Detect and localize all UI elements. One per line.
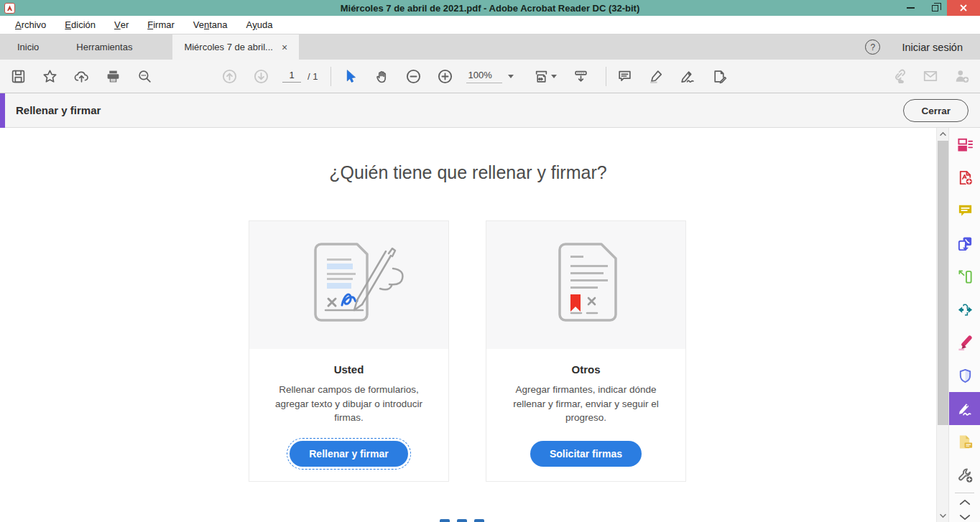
tab-document[interactable]: Miércoles 7 de abril... × xyxy=(172,34,299,60)
main-content: ¿Quién tiene que rellenar y firmar? xyxy=(0,128,936,522)
vertical-scrollbar[interactable] xyxy=(936,128,948,522)
tab-document-label: Miércoles 7 de abril... xyxy=(184,42,273,52)
window-title: Miércoles 7 de abril de 2021.pdf - Adobe… xyxy=(0,3,980,14)
menu-bar: Archivo Edición Ver Firmar Ventana Ayuda xyxy=(0,16,980,34)
minimize-icon xyxy=(907,7,915,9)
card-otros-title: Otros xyxy=(486,363,685,376)
menu-edicion[interactable]: Edición xyxy=(55,16,105,34)
toolbar: / 1 100% xyxy=(0,60,980,93)
more-tools-icon[interactable] xyxy=(949,458,980,491)
chevron-down-icon xyxy=(551,75,557,78)
zoom-in-icon[interactable] xyxy=(435,66,455,86)
email-icon xyxy=(920,66,940,86)
clipped-footer-link[interactable] xyxy=(440,518,504,522)
comment-icon[interactable] xyxy=(615,66,635,86)
restore-button[interactable] xyxy=(923,0,947,16)
share-link-icon xyxy=(889,66,909,86)
panel-title: Rellenar y firmar xyxy=(16,104,101,116)
search-icon[interactable] xyxy=(134,66,154,86)
solicitar-firmas-button[interactable]: Solicitar firmas xyxy=(530,441,642,467)
rail-chevron-down-icon[interactable] xyxy=(949,510,980,522)
card-otros: Otros Agregar firmantes, indicar dónde r… xyxy=(486,220,686,482)
sign-in-button[interactable]: Iniciar sesión xyxy=(902,42,963,53)
zoom-out-icon[interactable] xyxy=(403,66,423,86)
minimize-button[interactable] xyxy=(898,0,923,16)
highlight-pen-icon[interactable] xyxy=(949,326,980,359)
compress-pdf-icon[interactable] xyxy=(949,293,980,326)
card-usted: Usted Rellenar campos de formularios, ag… xyxy=(249,220,449,482)
tab-bar: Inicio Herramientas Miércoles 7 de abril… xyxy=(0,34,980,60)
scroll-mode-icon[interactable] xyxy=(571,66,591,86)
acrobat-reader-window: Miércoles 7 de abril de 2021.pdf - Adobe… xyxy=(0,0,980,522)
cloud-upload-icon[interactable] xyxy=(71,66,91,86)
card-usted-description: Rellenar campos de formularios, agregar … xyxy=(264,383,434,425)
zoom-level-value: 100% xyxy=(466,70,501,83)
close-button[interactable] xyxy=(947,0,980,16)
card-usted-title: Usted xyxy=(249,363,448,376)
scroll-up-icon[interactable] xyxy=(937,128,949,140)
cerrar-button[interactable]: Cerrar xyxy=(903,99,969,122)
print-icon[interactable] xyxy=(103,66,123,86)
tab-close-icon[interactable]: × xyxy=(282,42,287,53)
edit-pdf-icon[interactable] xyxy=(949,260,980,293)
chevron-down-icon xyxy=(508,75,514,78)
star-icon[interactable] xyxy=(40,66,60,86)
fit-width-icon[interactable] xyxy=(531,66,560,86)
comments-icon[interactable] xyxy=(949,194,980,227)
page-up-icon xyxy=(219,66,239,86)
export-pdf-icon[interactable] xyxy=(949,227,980,260)
create-pdf-icon[interactable] xyxy=(949,161,980,194)
protect-icon[interactable] xyxy=(949,359,980,392)
title-bar: Miércoles 7 de abril de 2021.pdf - Adobe… xyxy=(0,0,980,16)
add-person-icon xyxy=(952,66,972,86)
highlighter-icon[interactable] xyxy=(647,66,667,86)
menu-ayuda[interactable]: Ayuda xyxy=(237,16,282,34)
fill-sign-illustration xyxy=(249,221,448,349)
sign-icon[interactable] xyxy=(678,66,698,86)
card-otros-description: Agregar firmantes, indicar dónde rellena… xyxy=(501,383,671,425)
close-icon xyxy=(960,4,967,11)
request-signatures-illustration xyxy=(486,221,685,349)
restore-icon xyxy=(932,5,938,11)
zoom-level-dropdown[interactable]: 100% xyxy=(466,70,513,83)
page-total-label: / 1 xyxy=(308,71,318,82)
menu-ventana[interactable]: Ventana xyxy=(184,16,237,34)
tab-inicio[interactable]: Inicio xyxy=(3,34,53,60)
page-down-icon xyxy=(251,66,271,86)
organize-pages-icon[interactable] xyxy=(949,128,980,161)
rellenar-y-firmar-button[interactable]: Rellenar y firmar xyxy=(290,441,408,467)
panel-accent-stripe xyxy=(0,93,5,128)
scrollbar-thumb[interactable] xyxy=(938,141,948,425)
fill-and-sign-icon[interactable] xyxy=(949,392,980,425)
rail-chevron-up-icon[interactable] xyxy=(949,495,980,510)
save-icon[interactable] xyxy=(8,66,28,86)
rail-divider xyxy=(955,493,974,493)
scroll-down-icon[interactable] xyxy=(937,510,949,522)
tab-herramientas[interactable]: Herramientas xyxy=(62,34,147,60)
help-icon[interactable]: ? xyxy=(865,39,880,55)
tools-rail xyxy=(948,128,980,522)
select-icon[interactable] xyxy=(340,66,360,86)
page-title: ¿Quién tiene que rellenar y firmar? xyxy=(0,162,936,183)
fill-sign-panel-header: Rellenar y firmar Cerrar xyxy=(0,93,980,128)
menu-archivo[interactable]: Archivo xyxy=(6,16,55,34)
share-for-comments-icon[interactable] xyxy=(949,425,980,458)
hand-icon[interactable] xyxy=(371,66,392,86)
menu-firmar[interactable]: Firmar xyxy=(138,16,184,34)
menu-ver[interactable]: Ver xyxy=(105,16,138,34)
page-number-input[interactable] xyxy=(282,70,301,83)
stamp-icon[interactable] xyxy=(710,66,730,86)
